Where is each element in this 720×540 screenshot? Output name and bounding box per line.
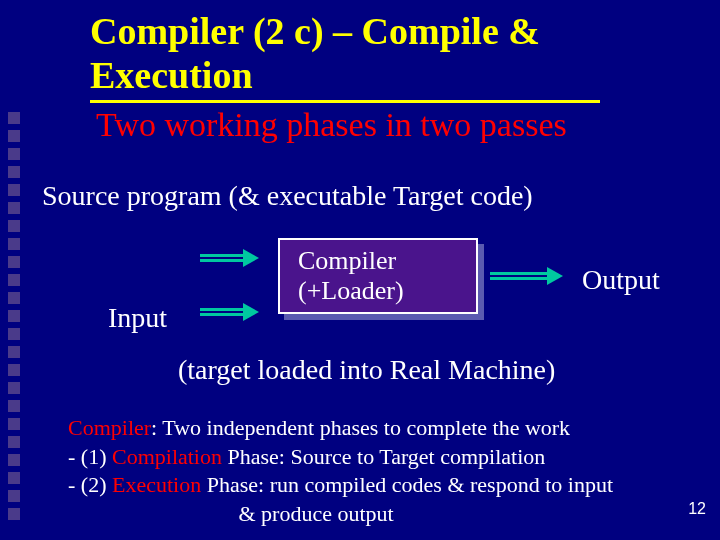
- page-number: 12: [688, 500, 706, 518]
- title-underline: [90, 100, 600, 103]
- footer-notes: Compiler: Two independent phases to comp…: [68, 414, 613, 528]
- input-label: Input: [108, 302, 167, 334]
- output-label: Output: [582, 264, 660, 296]
- flow-diagram: Input Compiler (+Loader) Output: [0, 230, 720, 350]
- slide-subtitle: Two working phases in two passes: [96, 106, 567, 144]
- keyword-execution: Execution: [112, 472, 201, 497]
- arrow-icon: [200, 254, 260, 264]
- box-line1: Compiler: [298, 246, 396, 275]
- target-line: (target loaded into Real Machine): [178, 354, 555, 386]
- arrow-icon: [200, 308, 260, 318]
- keyword-compiler: Compiler: [68, 415, 151, 440]
- keyword-compilation: Compilation: [112, 444, 222, 469]
- source-program-label: Source program (& executable Target code…: [42, 180, 533, 212]
- slide-title: Compiler (2 c) – Compile & Execution: [90, 10, 540, 97]
- compiler-box: Compiler (+Loader): [278, 238, 478, 314]
- box-line2: (+Loader): [298, 276, 404, 305]
- arrow-icon: [490, 272, 565, 282]
